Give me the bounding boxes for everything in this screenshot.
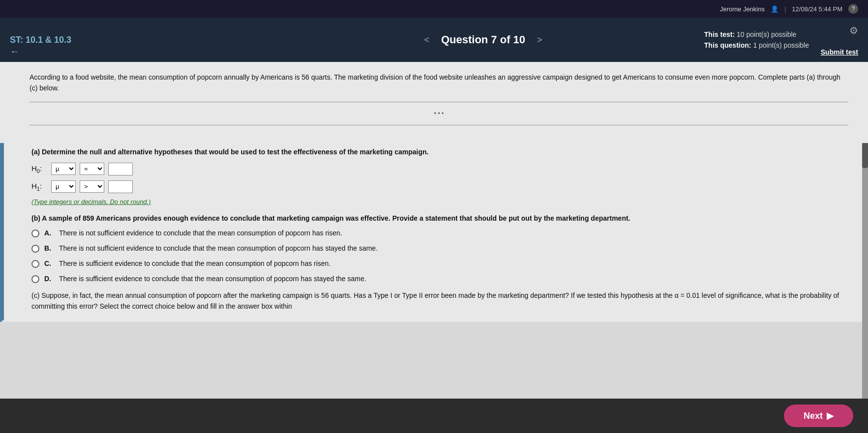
radio-d[interactable] xyxy=(31,275,39,283)
h1-label: H1: xyxy=(31,182,47,192)
next-button-label: Next xyxy=(804,411,823,421)
option-a[interactable]: A. There is not sufficient evidence to c… xyxy=(31,229,848,237)
answer-section: (a) Determine the null and alternative h… xyxy=(0,143,868,322)
h1-dropdown2[interactable]: >=≠<≤≥ xyxy=(80,180,104,193)
bottom-bar: Next ▶ xyxy=(0,399,868,433)
radio-a[interactable] xyxy=(31,230,39,237)
part-c-text: (c) Suppose, in fact, the mean annual co… xyxy=(31,290,848,312)
main-content: According to a food website, the mean co… xyxy=(0,62,868,433)
divider2 xyxy=(30,125,848,125)
question-label: Question 7 of 10 xyxy=(441,33,525,46)
option-d[interactable]: D. There is sufficient evidence to concl… xyxy=(31,275,848,283)
submit-test-button[interactable]: Submit test xyxy=(821,48,858,56)
option-d-text: There is sufficient evidence to conclude… xyxy=(59,275,366,283)
scrollbar[interactable] xyxy=(862,124,868,419)
next-question-arrow-button[interactable]: > xyxy=(533,33,546,47)
test-info-val2: 1 point(s) possible xyxy=(753,41,809,49)
option-b-text: There is not sufficient evidence to conc… xyxy=(59,244,378,252)
option-a-text: There is not sufficient evidence to conc… xyxy=(59,229,342,237)
h0-label: H0: xyxy=(31,164,47,174)
h0-value-input[interactable] xyxy=(108,163,133,175)
radio-c[interactable] xyxy=(31,260,39,268)
test-info: This test: 10 point(s) possible This que… xyxy=(704,29,809,51)
intro-text: According to a food website, the mean co… xyxy=(30,72,848,94)
options-container: A. There is not sufficient evidence to c… xyxy=(31,229,848,283)
divider xyxy=(30,102,848,102)
option-c[interactable]: C. There is sufficient evidence to concl… xyxy=(31,260,848,268)
section-title: ST: 10.1 & 10.3 xyxy=(10,35,71,45)
part-a-label: (a) Determine the null and alternative h… xyxy=(31,148,848,156)
test-info-val1: 10 point(s) possible xyxy=(737,30,796,38)
type-note: (Type integers or decimals. Do not round… xyxy=(31,198,848,205)
radio-b[interactable] xyxy=(31,245,39,253)
expand-indicator[interactable]: • • • xyxy=(30,110,848,117)
datetime: 12/08/24 5:44 PM xyxy=(792,5,842,13)
h1-dropdown1[interactable]: μ=≠<> xyxy=(51,180,76,193)
h1-value-input[interactable] xyxy=(108,180,133,193)
option-b[interactable]: B. There is not sufficient evidence to c… xyxy=(31,244,848,253)
h1-row: H1: μ=≠<> >=≠<≤≥ xyxy=(31,180,848,193)
next-arrow-icon: ▶ xyxy=(827,410,834,421)
settings-icon[interactable]: ⚙ xyxy=(849,25,858,36)
h0-row: H0: μ=≠<> =≠<>≤≥ xyxy=(31,163,848,175)
test-info-label1: This test: xyxy=(704,30,735,38)
h0-dropdown2[interactable]: =≠<>≤≥ xyxy=(80,163,104,175)
h0-dropdown1[interactable]: μ=≠<> xyxy=(51,163,76,175)
next-button[interactable]: Next ▶ xyxy=(784,404,853,427)
left-sidebar-indicator xyxy=(0,124,4,320)
prev-question-button[interactable]: < xyxy=(420,33,433,47)
option-c-text: There is sufficient evidence to conclude… xyxy=(59,260,330,267)
back-arrow-icon[interactable]: ← xyxy=(10,46,20,57)
top-bar: Jerome Jenkins 👤 | 12/08/24 5:44 PM ? xyxy=(0,0,868,18)
username: Jerome Jenkins xyxy=(720,5,765,13)
test-info-label2: This question: xyxy=(704,41,751,49)
nav-bar: ST: 10.1 & 10.3 ← < Question 7 of 10 > T… xyxy=(0,18,868,62)
part-b-label: (b) A sample of 859 Americans provides e… xyxy=(31,214,848,222)
question-intro: According to a food website, the mean co… xyxy=(0,62,868,143)
user-icon: 👤 xyxy=(771,5,778,13)
help-icon[interactable]: ? xyxy=(848,4,858,14)
separator: | xyxy=(784,5,786,13)
